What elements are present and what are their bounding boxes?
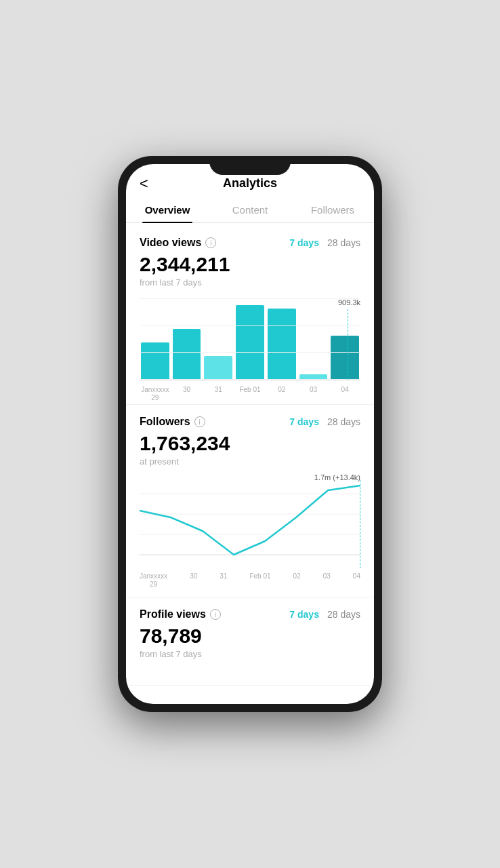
followers-section: Followers i 7 days 28 days 1,763,234 at …: [126, 405, 374, 597]
profile-views-sublabel: from last 7 days: [140, 649, 360, 659]
followers-line-svg: [140, 473, 360, 568]
label-jan30: 30: [190, 572, 197, 589]
bar-feb03: [299, 374, 328, 380]
bar-label-feb03: 03: [299, 386, 328, 402]
video-views-info-icon[interactable]: i: [205, 237, 216, 248]
followers-info-icon[interactable]: i: [194, 416, 205, 427]
tab-bar: Overview Content Followers: [126, 197, 374, 223]
header: < Analytics: [126, 164, 374, 197]
video-views-section: Video views i 7 days 28 days 2,344,211 f…: [126, 226, 374, 405]
page-title: Analytics: [223, 176, 277, 191]
bar-label-feb01: Feb 01: [236, 386, 264, 402]
bar-feb01: [236, 305, 264, 380]
tab-overview[interactable]: Overview: [126, 197, 209, 222]
followers-sublabel: at present: [140, 456, 360, 467]
followers-title: Followers: [140, 416, 190, 428]
bar-jan29-bar: [141, 342, 169, 380]
bar-chart-dashed-line: [348, 309, 348, 380]
followers-chart: 1.7m (+13.4k) Janxxxxx29 30 3: [140, 473, 360, 589]
profile-views-info-icon[interactable]: i: [210, 609, 221, 620]
label-feb04: 04: [353, 572, 360, 589]
bar-feb02-bar: [268, 309, 296, 380]
video-views-period-btns: 7 days 28 days: [289, 237, 360, 248]
followers-annotation: 1.7m (+13.4k): [314, 473, 360, 481]
bar-jan31-bar: [204, 356, 232, 380]
bar-label-feb02: 02: [268, 386, 296, 402]
video-views-header: Video views i 7 days 28 days: [140, 237, 360, 249]
video-views-title-group: Video views i: [140, 237, 216, 249]
followers-x-labels: Janxxxxx29 30 31 Feb 01 02 03 04: [140, 572, 360, 589]
phone-screen: < Analytics Overview Content Followers V…: [126, 164, 374, 704]
profile-views-title: Profile views: [140, 608, 206, 620]
label-feb01: Feb 01: [249, 572, 270, 589]
bar-label-feb04: 04: [331, 386, 359, 402]
followers-value: 1,763,234: [140, 432, 360, 455]
label-feb02: 02: [293, 572, 301, 589]
tab-followers[interactable]: Followers: [291, 197, 374, 222]
label-feb03: 03: [323, 572, 331, 589]
followers-dashed-line: [360, 480, 360, 568]
profile-views-28day-btn[interactable]: 28 days: [327, 609, 360, 620]
bar-jan31: [204, 356, 232, 380]
video-views-title: Video views: [140, 237, 201, 249]
video-views-7day-btn[interactable]: 7 days: [289, 237, 319, 248]
followers-7day-btn[interactable]: 7 days: [289, 416, 319, 427]
profile-views-period-btns: 7 days 28 days: [289, 609, 360, 620]
bar-feb02: [268, 309, 296, 380]
profile-views-title-group: Profile views i: [140, 608, 221, 620]
bar-feb04-bar: [331, 336, 359, 380]
back-button[interactable]: <: [140, 175, 148, 193]
bar-feb03-bar: [299, 374, 328, 380]
phone-shell: < Analytics Overview Content Followers V…: [118, 156, 382, 712]
profile-views-7day-btn[interactable]: 7 days: [289, 609, 319, 620]
bar-feb04: [331, 336, 359, 380]
followers-28day-btn[interactable]: 28 days: [327, 416, 360, 427]
screen-content[interactable]: < Analytics Overview Content Followers V…: [126, 164, 374, 704]
profile-views-section: Profile views i 7 days 28 days 78,789 fr…: [126, 597, 374, 686]
bar-jan30-bar: [173, 329, 201, 380]
bar-feb01-bar: [236, 305, 264, 380]
video-views-chart: 909.3k: [140, 298, 360, 399]
profile-views-value: 78,789: [140, 625, 360, 648]
bar-jan30: [173, 329, 201, 380]
followers-header: Followers i 7 days 28 days: [140, 416, 360, 428]
bar-label-jan30: 30: [173, 386, 201, 402]
video-views-value: 2,344,211: [140, 253, 360, 276]
video-views-sublabel: from last 7 days: [140, 277, 360, 288]
bar-label-jan31: 31: [204, 386, 232, 402]
tab-content[interactable]: Content: [209, 197, 291, 222]
label-jan31: 31: [220, 572, 227, 589]
bar-jan29: [141, 342, 169, 380]
profile-views-header: Profile views i 7 days 28 days: [140, 608, 360, 620]
followers-title-group: Followers i: [140, 416, 205, 428]
label-jan29: Janxxxxx29: [140, 572, 167, 589]
followers-period-btns: 7 days 28 days: [289, 416, 360, 427]
bar-label-jan29: Janxxxxx29: [141, 386, 169, 402]
video-views-28day-btn[interactable]: 28 days: [327, 237, 360, 248]
